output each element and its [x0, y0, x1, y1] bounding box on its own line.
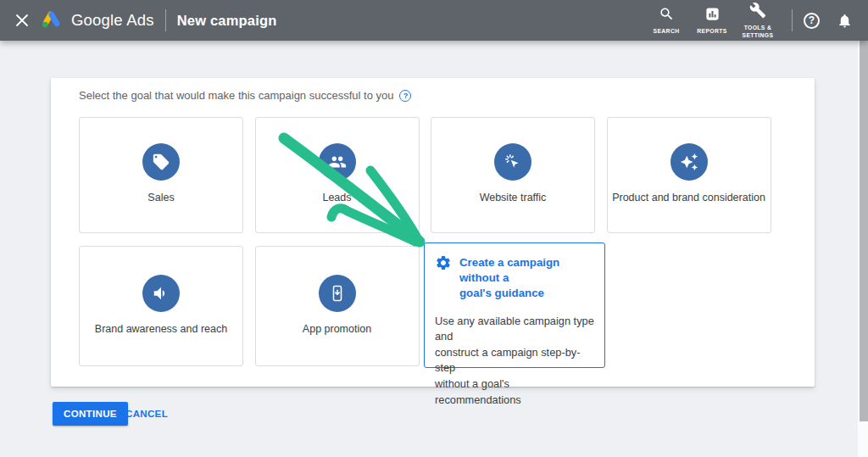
goal-label: Sales [147, 192, 174, 203]
tag-icon [142, 143, 180, 181]
nav-tools-settings[interactable]: TOOLS & SETTINGS [737, 2, 779, 40]
continue-button[interactable]: CONTINUE [53, 402, 128, 426]
header-divider [165, 9, 166, 31]
search-icon [659, 6, 675, 25]
scrollbar-track [858, 41, 868, 457]
goal-label: Website traffic [480, 192, 547, 203]
page-title: New campaign [177, 13, 277, 29]
brand-name: Google Ads [71, 11, 154, 30]
cancel-button[interactable]: CANCEL [122, 402, 171, 426]
goal-selection-panel: Select the goal that would make this cam… [51, 78, 815, 387]
goal-card-app-promotion[interactable]: App promotion [255, 246, 420, 366]
scrollbar-thumb[interactable] [860, 41, 868, 421]
goal-label: Product and brand consideration [612, 192, 765, 203]
nav-reports[interactable]: REPORTS [691, 6, 733, 36]
speaker-icon [142, 275, 180, 312]
goal-card-sales[interactable]: Sales [79, 117, 243, 233]
prompt-row: Select the goal that would make this cam… [79, 89, 411, 102]
goal-card-no-goal-guidance[interactable]: Create a campaign without a goal's guida… [424, 242, 605, 368]
goal-card-website-traffic[interactable]: Website traffic [431, 117, 595, 233]
goal-grid: Sales Leads Website traffic [79, 117, 771, 368]
gear-icon [435, 254, 452, 275]
goal-label: Leads [322, 192, 351, 203]
wrench-icon [749, 2, 766, 22]
goal-card-brand-awareness-reach[interactable]: Brand awareness and reach [79, 246, 243, 366]
nav-reports-label: REPORTS [697, 28, 726, 36]
people-icon [319, 143, 356, 181]
header-right: SEARCH REPORTS TOOLS & SETTINGS ? [643, 2, 868, 40]
nav-tools-settings-label: TOOLS & SETTINGS [737, 25, 778, 40]
phone-download-icon [319, 275, 356, 312]
goal-label: App promotion [303, 323, 371, 335]
goal-card-leads[interactable]: Leads [255, 117, 420, 233]
goal-card-product-brand-consideration[interactable]: Product and brand consideration [607, 117, 771, 233]
goal-grid-row-2: Brand awareness and reach App promotion [79, 246, 771, 368]
goal-grid-row-1: Sales Leads Website traffic [79, 117, 771, 233]
nav-search[interactable]: SEARCH [645, 6, 687, 36]
goal-prompt-text: Select the goal that would make this cam… [79, 89, 393, 102]
custom-goal-title: Create a campaign without a goal's guida… [459, 255, 595, 301]
custom-goal-header: Create a campaign without a goal's guida… [435, 254, 595, 301]
notifications-bell-icon[interactable] [837, 13, 853, 29]
nav-search-label: SEARCH [654, 28, 680, 36]
reports-icon [704, 6, 721, 25]
header-divider [792, 9, 793, 31]
google-ads-logo-icon [41, 9, 63, 32]
goal-label: Brand awareness and reach [95, 323, 227, 335]
prompt-help-icon[interactable]: ? [399, 90, 411, 102]
app-header: Google Ads New campaign SEARCH REPORTS [0, 0, 868, 41]
sparkles-icon [670, 143, 708, 181]
cursor-click-icon [494, 143, 531, 181]
close-icon[interactable] [12, 10, 32, 31]
help-icon[interactable]: ? [804, 13, 820, 29]
header-left: Google Ads New campaign [0, 9, 277, 32]
custom-goal-description: Use any available campaign type and cons… [435, 314, 595, 408]
